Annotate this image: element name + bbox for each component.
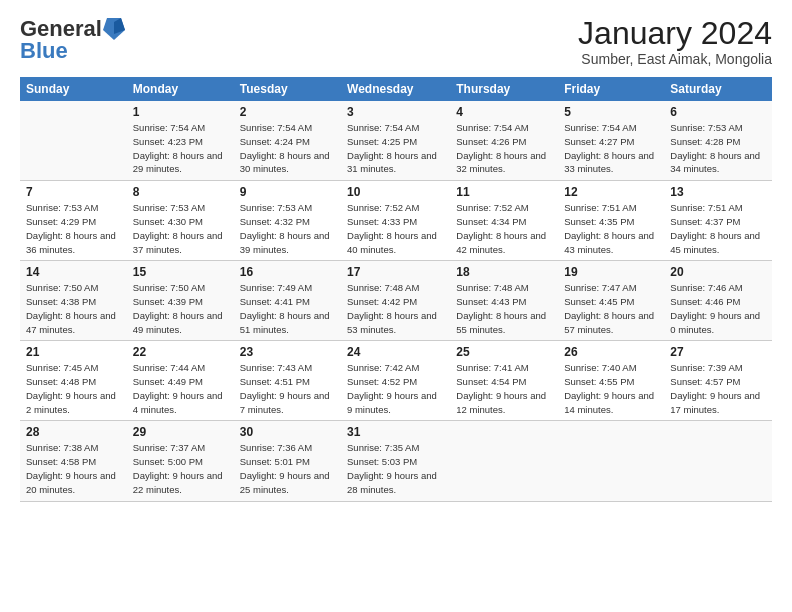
day-number: 8 (133, 185, 228, 199)
calendar-subtitle: Sumber, East Aimak, Mongolia (578, 51, 772, 67)
day-info: Sunrise: 7:44 AM Sunset: 4:49 PM Dayligh… (133, 361, 228, 416)
sunset: Sunset: 4:46 PM (670, 296, 740, 307)
sunrise: Sunrise: 7:49 AM (240, 282, 312, 293)
daylight: Daylight: 8 hours and 36 minutes. (26, 230, 116, 255)
day-number: 18 (456, 265, 552, 279)
day-number: 17 (347, 265, 444, 279)
header-tuesday: Tuesday (234, 77, 341, 101)
day-number: 14 (26, 265, 121, 279)
day-info: Sunrise: 7:53 AM Sunset: 4:29 PM Dayligh… (26, 201, 121, 256)
day-info: Sunrise: 7:35 AM Sunset: 5:03 PM Dayligh… (347, 441, 444, 496)
day-number: 15 (133, 265, 228, 279)
title-block: January 2024 Sumber, East Aimak, Mongoli… (578, 16, 772, 67)
day-info: Sunrise: 7:40 AM Sunset: 4:55 PM Dayligh… (564, 361, 658, 416)
calendar-cell: 25 Sunrise: 7:41 AM Sunset: 4:54 PM Dayl… (450, 341, 558, 421)
day-number: 28 (26, 425, 121, 439)
day-number: 23 (240, 345, 335, 359)
sunrise: Sunrise: 7:48 AM (347, 282, 419, 293)
day-number: 26 (564, 345, 658, 359)
sunrise: Sunrise: 7:42 AM (347, 362, 419, 373)
daylight: Daylight: 8 hours and 32 minutes. (456, 150, 546, 175)
daylight: Daylight: 8 hours and 30 minutes. (240, 150, 330, 175)
sunrise: Sunrise: 7:54 AM (564, 122, 636, 133)
daylight: Daylight: 9 hours and 17 minutes. (670, 390, 760, 415)
day-number: 29 (133, 425, 228, 439)
header: General Blue January 2024 Sumber, East A… (20, 16, 772, 67)
calendar-cell: 24 Sunrise: 7:42 AM Sunset: 4:52 PM Dayl… (341, 341, 450, 421)
sunset: Sunset: 4:25 PM (347, 136, 417, 147)
sunrise: Sunrise: 7:53 AM (240, 202, 312, 213)
day-number: 31 (347, 425, 444, 439)
calendar-cell: 19 Sunrise: 7:47 AM Sunset: 4:45 PM Dayl… (558, 261, 664, 341)
day-number: 9 (240, 185, 335, 199)
calendar-cell: 29 Sunrise: 7:37 AM Sunset: 5:00 PM Dayl… (127, 421, 234, 501)
sunrise: Sunrise: 7:44 AM (133, 362, 205, 373)
day-info: Sunrise: 7:38 AM Sunset: 4:58 PM Dayligh… (26, 441, 121, 496)
logo-icon (103, 16, 125, 42)
sunset: Sunset: 4:29 PM (26, 216, 96, 227)
day-number: 13 (670, 185, 766, 199)
sunset: Sunset: 5:03 PM (347, 456, 417, 467)
daylight: Daylight: 8 hours and 31 minutes. (347, 150, 437, 175)
sunrise: Sunrise: 7:53 AM (26, 202, 98, 213)
calendar-cell: 13 Sunrise: 7:51 AM Sunset: 4:37 PM Dayl… (664, 181, 772, 261)
sunrise: Sunrise: 7:37 AM (133, 442, 205, 453)
sunset: Sunset: 4:43 PM (456, 296, 526, 307)
daylight: Daylight: 9 hours and 12 minutes. (456, 390, 546, 415)
day-info: Sunrise: 7:37 AM Sunset: 5:00 PM Dayligh… (133, 441, 228, 496)
daylight: Daylight: 8 hours and 47 minutes. (26, 310, 116, 335)
calendar-week-3: 21 Sunrise: 7:45 AM Sunset: 4:48 PM Dayl… (20, 341, 772, 421)
day-number: 4 (456, 105, 552, 119)
sunrise: Sunrise: 7:54 AM (347, 122, 419, 133)
day-number: 19 (564, 265, 658, 279)
day-number: 24 (347, 345, 444, 359)
sunrise: Sunrise: 7:54 AM (240, 122, 312, 133)
sunrise: Sunrise: 7:38 AM (26, 442, 98, 453)
logo-text: General Blue (20, 16, 126, 64)
day-info: Sunrise: 7:48 AM Sunset: 4:42 PM Dayligh… (347, 281, 444, 336)
header-wednesday: Wednesday (341, 77, 450, 101)
calendar-cell (20, 101, 127, 181)
sunset: Sunset: 4:30 PM (133, 216, 203, 227)
calendar-cell: 23 Sunrise: 7:43 AM Sunset: 4:51 PM Dayl… (234, 341, 341, 421)
day-number: 1 (133, 105, 228, 119)
sunset: Sunset: 4:58 PM (26, 456, 96, 467)
day-info: Sunrise: 7:53 AM Sunset: 4:30 PM Dayligh… (133, 201, 228, 256)
page: General Blue January 2024 Sumber, East A… (0, 0, 792, 514)
day-info: Sunrise: 7:50 AM Sunset: 4:38 PM Dayligh… (26, 281, 121, 336)
sunrise: Sunrise: 7:36 AM (240, 442, 312, 453)
day-info: Sunrise: 7:54 AM Sunset: 4:24 PM Dayligh… (240, 121, 335, 176)
sunset: Sunset: 4:42 PM (347, 296, 417, 307)
sunrise: Sunrise: 7:50 AM (26, 282, 98, 293)
daylight: Daylight: 8 hours and 40 minutes. (347, 230, 437, 255)
day-info: Sunrise: 7:51 AM Sunset: 4:35 PM Dayligh… (564, 201, 658, 256)
daylight: Daylight: 8 hours and 39 minutes. (240, 230, 330, 255)
daylight: Daylight: 8 hours and 45 minutes. (670, 230, 760, 255)
daylight: Daylight: 8 hours and 42 minutes. (456, 230, 546, 255)
day-number: 16 (240, 265, 335, 279)
day-number: 5 (564, 105, 658, 119)
day-info: Sunrise: 7:52 AM Sunset: 4:33 PM Dayligh… (347, 201, 444, 256)
daylight: Daylight: 8 hours and 49 minutes. (133, 310, 223, 335)
header-monday: Monday (127, 77, 234, 101)
sunset: Sunset: 4:28 PM (670, 136, 740, 147)
calendar-cell: 12 Sunrise: 7:51 AM Sunset: 4:35 PM Dayl… (558, 181, 664, 261)
sunset: Sunset: 4:33 PM (347, 216, 417, 227)
sunset: Sunset: 5:01 PM (240, 456, 310, 467)
calendar-table: Sunday Monday Tuesday Wednesday Thursday… (20, 77, 772, 501)
sunset: Sunset: 4:27 PM (564, 136, 634, 147)
day-info: Sunrise: 7:49 AM Sunset: 4:41 PM Dayligh… (240, 281, 335, 336)
sunset: Sunset: 4:34 PM (456, 216, 526, 227)
day-number: 21 (26, 345, 121, 359)
header-thursday: Thursday (450, 77, 558, 101)
day-info: Sunrise: 7:52 AM Sunset: 4:34 PM Dayligh… (456, 201, 552, 256)
calendar-cell: 4 Sunrise: 7:54 AM Sunset: 4:26 PM Dayli… (450, 101, 558, 181)
sunset: Sunset: 4:37 PM (670, 216, 740, 227)
day-number: 25 (456, 345, 552, 359)
sunrise: Sunrise: 7:45 AM (26, 362, 98, 373)
calendar-cell: 18 Sunrise: 7:48 AM Sunset: 4:43 PM Dayl… (450, 261, 558, 341)
day-info: Sunrise: 7:47 AM Sunset: 4:45 PM Dayligh… (564, 281, 658, 336)
calendar-title: January 2024 (578, 16, 772, 51)
daylight: Daylight: 9 hours and 14 minutes. (564, 390, 654, 415)
calendar-cell: 27 Sunrise: 7:39 AM Sunset: 4:57 PM Dayl… (664, 341, 772, 421)
